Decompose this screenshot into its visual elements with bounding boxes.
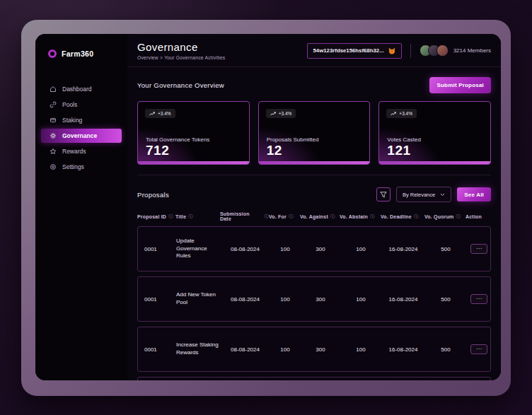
filter-icon <box>380 192 387 198</box>
cell-votes-for: 100 <box>270 296 301 303</box>
column-header-vote-quorum[interactable]: Vo. Quorumⓘ <box>424 214 466 220</box>
column-header-title[interactable]: Titleⓘ <box>175 214 220 220</box>
sidebar-item-label: Governance <box>62 132 97 139</box>
metamask-fox-icon <box>388 47 395 54</box>
page-header-right: 54w123rfdse156hsf68h32... 3214 Members <box>307 43 491 59</box>
submit-proposal-button[interactable]: Submit Proposal <box>429 77 491 93</box>
star-icon <box>50 148 57 155</box>
column-header-votes-against[interactable]: Vo. Againstⓘ <box>300 214 340 220</box>
page-title: Governance <box>137 41 225 53</box>
cell-submission-date: 08-08-2024 <box>221 296 270 303</box>
info-icon: ⓘ <box>370 214 375 220</box>
sidebar-item-pools[interactable]: Pools <box>41 98 122 112</box>
main-panel: Governance Overview > Your Governance Ac… <box>127 34 501 380</box>
column-header-votes-abstain[interactable]: Vo. Abstainⓘ <box>340 214 381 220</box>
proposals-section-header: Proposals By Relevance See All <box>137 187 491 202</box>
settings-icon <box>50 163 57 170</box>
sidebar-item-label: Settings <box>62 163 84 170</box>
sidebar-nav: Dashboard Pools Staking Governance Rewar… <box>35 82 127 174</box>
cell-title: Increase Staking Rewards <box>176 341 221 357</box>
filter-button[interactable] <box>376 187 391 201</box>
cell-title: Update Governance Rules <box>176 238 221 260</box>
cell-submission-date: 08-08-2024 <box>221 246 270 252</box>
proposal-row[interactable]: 0001 Add New Token Pool 08-08-2024 100 3… <box>137 276 491 322</box>
cell-vote-deadline: 16-08-2024 <box>381 346 425 353</box>
stat-value: 121 <box>387 143 410 158</box>
cell-votes-for: 100 <box>270 346 301 353</box>
sidebar-item-label: Pools <box>62 101 77 108</box>
home-icon <box>50 86 57 93</box>
sidebar-item-dashboard[interactable]: Dashboard <box>41 82 122 96</box>
row-actions-button[interactable]: ⋯ <box>470 294 487 304</box>
sidebar-item-rewards[interactable]: Rewards <box>41 144 122 158</box>
page-header-left: Governance Overview > Your Governance Ac… <box>137 41 225 60</box>
info-icon: ⓘ <box>456 214 461 220</box>
info-icon: ⓘ <box>289 214 294 220</box>
cell-votes-against: 300 <box>301 246 340 252</box>
change-value: +3.4% <box>399 111 412 116</box>
info-icon: ⓘ <box>168 214 173 220</box>
proposal-row[interactable]: 0001 Increase Staking Rewards 08-08-2024… <box>137 327 491 372</box>
column-header-vote-deadline[interactable]: Vo. Deadlineⓘ <box>381 214 424 220</box>
overview-section-title: Your Governance Overview <box>137 81 224 89</box>
wallet-address-text: 54w123rfdse156hsf68h32... <box>313 47 384 54</box>
sidebar-item-label: Rewards <box>62 148 86 155</box>
column-header-votes-for[interactable]: Vo. Forⓘ <box>269 214 300 220</box>
cell-votes-against: 300 <box>301 296 340 303</box>
stat-label: Votes Casted <box>387 136 421 143</box>
proposal-row[interactable]: 0001 Update Governance Rules 08-08-2024 … <box>137 226 491 271</box>
row-actions-button[interactable]: ⋯ <box>470 344 487 354</box>
brand: Farm360 <box>35 34 127 58</box>
cell-vote-quorum: 500 <box>425 246 466 252</box>
cell-vote-quorum: 500 <box>425 296 466 303</box>
column-header-proposal-id[interactable]: Proposal IDⓘ <box>137 214 175 220</box>
sort-dropdown[interactable]: By Relevance <box>396 187 451 202</box>
cell-votes-abstain: 100 <box>340 346 381 353</box>
sidebar-item-staking[interactable]: Staking <box>41 113 122 127</box>
change-value: +3.4% <box>279 111 292 116</box>
column-header-action: Action <box>466 214 491 219</box>
cell-vote-quorum: 500 <box>425 346 466 353</box>
cell-votes-against: 300 <box>301 346 340 353</box>
window-bezel: Farm360 Dashboard Pools Staking Governa <box>21 20 511 396</box>
trending-up-icon <box>391 112 396 116</box>
page-header: Governance Overview > Your Governance Ac… <box>127 34 501 67</box>
row-actions-button[interactable]: ⋯ <box>470 244 487 254</box>
gear-icon <box>50 132 57 139</box>
proposals-controls: By Relevance See All <box>376 187 491 202</box>
breadcrumb: Overview > Your Governance Activities <box>137 55 225 60</box>
header-divider <box>410 44 411 58</box>
members-group: 3214 Members <box>420 45 491 57</box>
sidebar-item-governance[interactable]: Governance <box>41 129 122 143</box>
trending-up-icon <box>149 112 155 116</box>
cell-votes-abstain: 100 <box>340 246 381 252</box>
stat-card-total-governance-tokens: +3.4% Total Governance Tokens 712 <box>137 101 250 165</box>
sidebar: Farm360 Dashboard Pools Staking Governa <box>35 34 127 380</box>
info-icon: ⓘ <box>330 214 335 220</box>
stat-cards: +3.4% Total Governance Tokens 712 +3.4% … <box>137 101 491 165</box>
proposal-row-partial <box>137 377 491 380</box>
info-icon: ⓘ <box>414 214 419 220</box>
stat-card-votes-casted: +3.4% Votes Casted 121 <box>378 101 491 165</box>
cell-proposal-id: 0001 <box>138 246 176 252</box>
brand-name: Farm360 <box>62 49 93 58</box>
brand-logo-icon <box>48 49 57 58</box>
sidebar-item-label: Staking <box>62 117 82 124</box>
proposals-section-title: Proposals <box>137 191 169 199</box>
change-value: +3.4% <box>158 111 171 116</box>
column-header-submission-date[interactable]: Submission Dateⓘ <box>220 211 269 221</box>
see-all-button[interactable]: See All <box>457 187 491 201</box>
info-icon: ⓘ <box>188 214 193 220</box>
cell-proposal-id: 0001 <box>138 346 176 353</box>
link-icon <box>50 101 57 108</box>
cell-submission-date: 08-08-2024 <box>221 346 270 353</box>
wallet-address-button[interactable]: 54w123rfdse156hsf68h32... <box>307 43 402 59</box>
sidebar-item-settings[interactable]: Settings <box>41 160 122 174</box>
chevron-down-icon <box>440 193 445 197</box>
cell-votes-for: 100 <box>270 246 301 252</box>
proposals-table-header: Proposal IDⓘ Titleⓘ Submission Dateⓘ Vo.… <box>137 211 491 221</box>
section-divider <box>137 175 491 175</box>
sidebar-item-label: Dashboard <box>62 86 92 93</box>
content: Your Governance Overview Submit Proposal… <box>127 67 501 380</box>
info-icon: ⓘ <box>264 214 269 220</box>
